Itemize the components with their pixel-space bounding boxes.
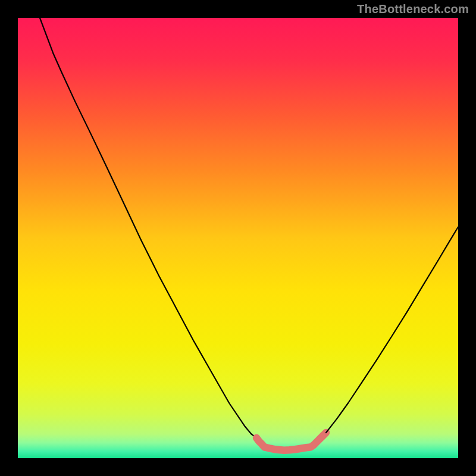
bottleneck-chart: [18, 18, 458, 458]
chart-background: [18, 18, 458, 458]
page-root: TheBottleneck.com: [0, 0, 476, 476]
chart-container: [18, 18, 458, 458]
attribution-text: TheBottleneck.com: [357, 2, 469, 16]
